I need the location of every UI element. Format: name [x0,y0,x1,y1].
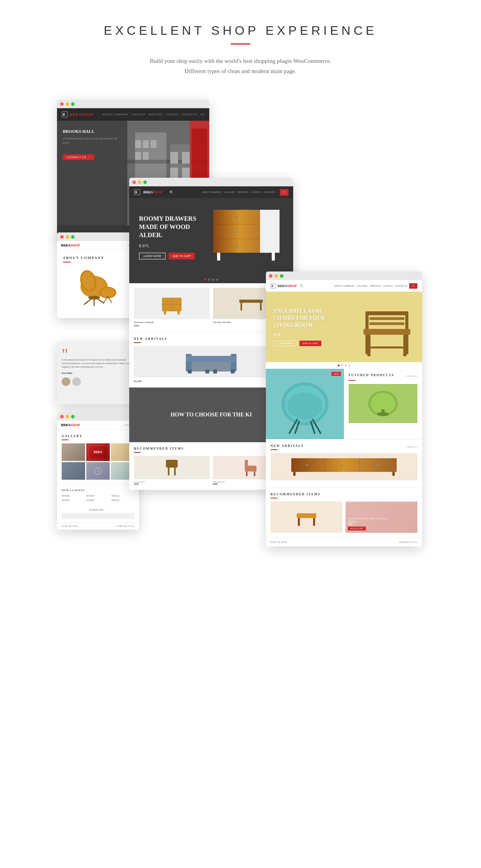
screen3-nav-links: ABOUT COMPANY GALLERY SERVICES CLIENTS C… [202,191,275,193]
rec-bench-illustration [295,505,318,529]
screen-bar-2c [57,412,139,421]
screen4-rec-underline [271,498,278,498]
dot-green-2 [71,235,75,239]
screen1-nav-contacts: CONTACTS [182,113,197,116]
screen4-nav-links: ABOUT COMPANY GALLERY SERVICES CLIENTS C… [334,285,407,287]
screen2-content: ABOUT COMPANY [57,250,139,318]
svg-rect-56 [205,370,209,373]
screen4-add-to-cart-btn[interactable]: ADD TO CART [348,527,366,530]
dot-yellow-1 [66,102,69,106]
screen-bar-1 [57,100,209,108]
client-envato-4: ⊙envato [62,498,85,501]
subscribe-input[interactable] [62,513,134,519]
svg-point-26 [88,296,100,300]
svg-rect-6 [135,140,141,148]
screens-container: BRKSSHOP ABOUT COMPANY GALLERY SERVICES … [53,100,428,842]
screen3-na-title: NEW ARRIVALS [134,337,289,341]
screen4-learn-btn[interactable]: LEARN MORE [274,341,296,346]
avatar-1 [62,377,70,386]
screen2-underline [63,262,71,263]
screen2c-clients-title: OUR CLIENTS [62,489,134,492]
screen3-hero-price: $ 975 [139,243,209,248]
dresser-illustration [209,202,287,264]
eames-chair-illustration [73,267,123,306]
screen4-hero-price: $ 99 [274,332,336,337]
screen4-na-underline [271,449,278,450]
screen3-hero-title: ROOMY DRAWERS MADE OF WOOD ALDER. [139,215,209,239]
svg-rect-54 [188,370,192,373]
s4-pdot-1 [338,364,340,366]
screen4-colonial-stars: ★★★★☆ [348,520,358,523]
screen3-cart[interactable]: 🛒 [280,189,289,196]
classic-chair-illustration [358,296,416,358]
dot-green-1 [71,102,75,106]
gallery-cell-5: + [86,462,110,480]
svg-rect-45 [164,311,166,314]
screen3-logo-icon [134,189,140,195]
screen4-chair-img [356,296,418,358]
screen3-rec-items: Tropical stool $249 Cathedral [134,456,289,485]
gallery-cell-1 [62,443,85,461]
svg-point-78 [287,392,322,420]
screen4-footer: OUR PLACE CONTACT US [266,538,422,547]
gallery-overlay-5: + [86,462,110,480]
client-envato-3: ⊙envato [111,494,134,497]
s4-pdot-3 [345,364,347,366]
screen2-brand: BRKSSHOP [61,243,80,247]
screen3-learn-btn[interactable]: LEARN MORE [139,253,166,259]
screen4-rec-item-1 [271,502,342,533]
screen1-nav-about: ABOUT COMPANY [102,113,128,116]
svg-rect-73 [367,335,371,356]
screen-gallery: BRKSSHOP ABOUT GALLERY BRKS [57,412,139,530]
screen2c-nav: BRKSSHOP ABOUT [57,421,139,430]
screen4-recommended: RECOMMENDED ITEMS [266,488,422,538]
screen4-footer-our-place: OUR PLACE [271,541,287,543]
title-underline [231,43,250,45]
s4-nav-gallery: GALLERY [357,285,368,287]
screen4-view-all-featured: VIEW ALL [406,375,417,377]
screen4-dresser-long [271,453,417,480]
screen3-product-1: Barcelona Commode $427 [134,288,209,327]
svg-point-93 [376,464,378,466]
gallery-cell-4 [62,462,85,480]
screen1-nav-lang: EN [201,113,205,116]
screen1-contact-btn[interactable]: CONTACT US → [63,154,94,160]
screen3-prod-img-1 [134,288,209,319]
screen2b-content: " In the ludiculous business of living a… [57,342,139,404]
s4-nav-contacts: CONTACTS [395,285,407,287]
dot-yellow-2c [66,415,69,418]
svg-rect-33 [260,210,280,253]
screen2-about-title: ABOUT COMPANY [63,256,133,260]
screen1-nav-links: ABOUT COMPANY GALLERY SERVICES CLIENTS C… [102,113,205,116]
svg-rect-62 [245,460,248,468]
dot-yellow-2 [66,235,69,239]
screen-bar-3 [129,178,293,186]
brks-icon [62,111,68,118]
contact-us-link: CONTACT US [116,525,134,527]
screen2c-clients: OUR CLIENTS ⊙envato ⊙envato ⊙envato ⊙env… [57,484,139,505]
screen3-sofa-price: $1,195 [134,380,289,383]
svg-rect-97 [298,518,300,526]
screen3-rec-price-1: $249 [134,483,210,485]
s3-nav-services: SERVICES [237,191,248,193]
screen4-nav: BRKSSHOP 🔍 ABOUT COMPANY GALLERY SERVICE… [266,280,422,292]
svg-rect-59 [168,468,169,475]
screen-testimonial: " In the ludiculous business of living a… [57,342,139,404]
screen4-featured-right: FUTURED PRODUCTS VIEW ALL [344,369,422,439]
screen3-cart-btn[interactable]: ADD TO CART [169,253,195,259]
screen3-hero-btns: LEARN MORE ADD TO CART [139,253,209,259]
svg-rect-47 [239,300,263,303]
quote-author: Ray Palms [62,372,134,374]
gallery-cell-2-label: BRKS [94,450,102,454]
svg-rect-30 [135,191,137,193]
screen4-hero-btns: LEARN MORE ADD TO CART [274,341,336,346]
screen3-rec-title: RECOMMENDED ITEMS [134,447,289,450]
s3-pdot-3 [212,279,214,281]
screen4-cart-btn[interactable]: ADD TO CART [299,341,321,346]
screen1-nav: BRKSSHOP ABOUT COMPANY GALLERY SERVICES … [57,108,209,121]
svg-rect-75 [367,346,406,348]
screen3-brand: BRKSSHOP [143,190,162,194]
screen2c-brand: BRKSSHOP [61,423,80,427]
dot-yellow-3 [138,180,141,184]
screen4-cart[interactable]: 🛒 [409,283,417,289]
